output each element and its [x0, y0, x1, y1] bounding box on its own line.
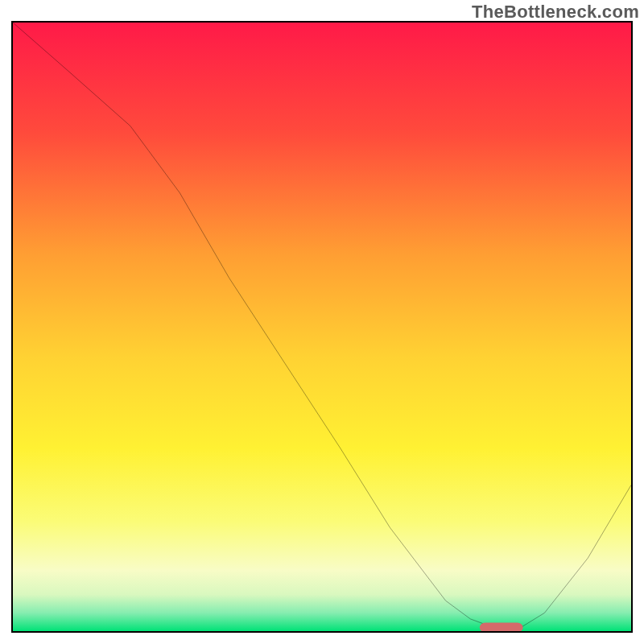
- chart-container: TheBottleneck.com: [0, 0, 644, 644]
- optimal-marker: [480, 622, 523, 631]
- watermark-text: TheBottleneck.com: [472, 2, 639, 23]
- plot-frame: [11, 21, 633, 633]
- plot-svg: [13, 23, 631, 631]
- background-rect: [13, 23, 631, 631]
